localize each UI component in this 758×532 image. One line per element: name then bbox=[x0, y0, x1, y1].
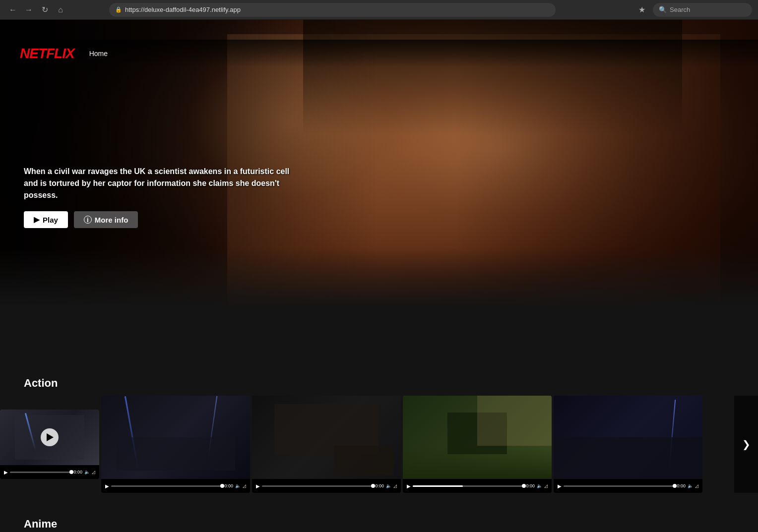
thumb-bg-3 bbox=[252, 396, 401, 479]
action-row-next-button[interactable]: ❯ bbox=[734, 396, 758, 493]
browser-nav-buttons: ← → ↻ ⌂ bbox=[6, 3, 67, 17]
vc-mute-1[interactable]: 🔈 bbox=[84, 470, 90, 474]
play-triangle-1 bbox=[47, 433, 54, 441]
vc-progress-1[interactable] bbox=[10, 472, 71, 473]
vc-dot-5 bbox=[673, 484, 677, 488]
vc-fullscreen-4[interactable]: ◿ bbox=[544, 483, 548, 488]
url-text: https://deluxe-daffodil-4ea497.netlify.a… bbox=[125, 6, 241, 13]
vc-dot-1 bbox=[69, 470, 73, 474]
video-thumb-5 bbox=[554, 396, 702, 479]
refresh-button[interactable]: ↻ bbox=[38, 3, 52, 17]
play-button[interactable]: ▶ Play bbox=[24, 211, 68, 228]
back-button[interactable]: ← bbox=[6, 3, 20, 17]
vc-time-1: 0:00 bbox=[73, 470, 82, 474]
anime-section: Anime bbox=[0, 508, 758, 532]
thumb-bg-4 bbox=[403, 396, 552, 479]
vc-play-2[interactable]: ▶ bbox=[105, 483, 109, 489]
action-video-row-container: ▶ 0:00 🔈 ◿ bbox=[0, 396, 758, 493]
search-label: Search bbox=[670, 6, 690, 13]
vc-progress-2[interactable] bbox=[111, 485, 222, 487]
video-controls-4: ▶ 0:00 🔈 ◿ bbox=[403, 479, 552, 493]
search-icon: 🔍 bbox=[659, 6, 667, 13]
thumb-figure-3b bbox=[334, 446, 393, 475]
vc-mute-2[interactable]: 🔈 bbox=[235, 483, 241, 488]
action-section: Action bbox=[0, 367, 758, 493]
thumb-bg-2 bbox=[101, 396, 250, 479]
vc-time-4: 0:00 bbox=[526, 483, 535, 488]
anime-section-title: Anime bbox=[0, 518, 758, 531]
action-video-card-3[interactable]: ▶ 0:00 🔈 ◿ bbox=[252, 396, 401, 493]
action-video-card-2[interactable]: ▶ 0:00 🔈 ◿ bbox=[101, 396, 250, 493]
hero-content: When a civil war ravages the UK a scient… bbox=[24, 166, 302, 228]
bookmark-button[interactable]: ★ bbox=[635, 3, 649, 17]
video-controls-1: ▶ 0:00 🔈 ◿ bbox=[0, 465, 99, 479]
thumb-bg-5 bbox=[554, 396, 702, 479]
vc-mute-4[interactable]: 🔈 bbox=[537, 483, 542, 488]
play-overlay-1[interactable] bbox=[41, 428, 59, 446]
nav-links: Home bbox=[89, 50, 108, 58]
vc-fullscreen-2[interactable]: ◿ bbox=[243, 483, 246, 488]
nav-home-link[interactable]: Home bbox=[89, 50, 108, 58]
action-video-row: ▶ 0:00 🔈 ◿ bbox=[0, 396, 758, 493]
content-area: Action bbox=[0, 307, 758, 532]
action-section-title: Action bbox=[0, 377, 758, 390]
video-controls-5: ▶ 0:00 🔈 ◿ bbox=[554, 479, 702, 493]
netflix-logo: NETFLIX bbox=[20, 46, 74, 61]
vc-dot-4 bbox=[522, 484, 526, 488]
thumb-figure-2 bbox=[116, 437, 235, 471]
hero-bottom-fade bbox=[0, 248, 758, 307]
netflix-navigation: NETFLIX Home bbox=[0, 40, 758, 67]
browser-actions: ★ 🔍 Search bbox=[635, 3, 752, 17]
vc-dot-3 bbox=[371, 484, 375, 488]
vc-fullscreen-3[interactable]: ◿ bbox=[393, 483, 397, 488]
vc-play-1[interactable]: ▶ bbox=[4, 470, 8, 475]
transition-band bbox=[0, 307, 758, 367]
chevron-right-icon: ❯ bbox=[742, 438, 751, 450]
vc-icons-5: 🔈 ◿ bbox=[688, 483, 698, 488]
thumb-sky-4 bbox=[477, 396, 552, 446]
more-info-button[interactable]: i More info bbox=[74, 211, 138, 228]
browser-chrome: ← → ↻ ⌂ 🔒 https://deluxe-daffodil-4ea497… bbox=[0, 0, 758, 20]
vc-play-4[interactable]: ▶ bbox=[407, 483, 411, 489]
play-label: Play bbox=[43, 216, 58, 224]
vc-mute-3[interactable]: 🔈 bbox=[386, 483, 391, 488]
vc-icons-2: 🔈 ◿ bbox=[235, 483, 246, 488]
more-info-label: More info bbox=[95, 216, 128, 224]
vc-time-5: 0:00 bbox=[677, 483, 686, 488]
vc-play-3[interactable]: ▶ bbox=[256, 483, 260, 489]
vc-fill-4 bbox=[413, 485, 463, 487]
video-thumb-3 bbox=[252, 396, 401, 479]
thumb-dark-5 bbox=[554, 437, 702, 479]
vc-time-3: 0:00 bbox=[375, 483, 384, 488]
vc-mute-5[interactable]: 🔈 bbox=[688, 483, 693, 488]
forward-button[interactable]: → bbox=[22, 3, 36, 17]
video-thumb-4 bbox=[403, 396, 552, 479]
home-button[interactable]: ⌂ bbox=[54, 3, 67, 17]
video-controls-3: ▶ 0:00 🔈 ◿ bbox=[252, 479, 401, 493]
video-thumb-2 bbox=[101, 396, 250, 479]
video-thumb-1 bbox=[0, 410, 99, 465]
action-video-card-5[interactable]: ▶ 0:00 🔈 ◿ bbox=[554, 396, 702, 493]
video-controls-2: ▶ 0:00 🔈 ◿ bbox=[101, 479, 250, 493]
vc-dot-2 bbox=[220, 484, 224, 488]
vc-progress-5[interactable] bbox=[564, 485, 675, 487]
action-video-card-1[interactable]: ▶ 0:00 🔈 ◿ bbox=[0, 410, 99, 479]
hero-description: When a civil war ravages the UK a scient… bbox=[24, 166, 302, 201]
address-bar[interactable]: 🔒 https://deluxe-daffodil-4ea497.netlify… bbox=[109, 3, 556, 17]
action-video-card-4[interactable]: ▶ 0:00 🔈 ◿ bbox=[403, 396, 552, 493]
vc-fullscreen-5[interactable]: ◿ bbox=[695, 483, 698, 488]
vc-progress-3[interactable] bbox=[262, 485, 373, 487]
vc-play-5[interactable]: ▶ bbox=[558, 483, 562, 489]
vc-icons-1: 🔈 ◿ bbox=[84, 470, 95, 474]
security-icon: 🔒 bbox=[115, 6, 122, 13]
hero-buttons: ▶ Play i More info bbox=[24, 211, 302, 228]
chrome-search-bar[interactable]: 🔍 Search bbox=[653, 3, 752, 17]
vc-icons-4: 🔈 ◿ bbox=[537, 483, 548, 488]
info-icon: i bbox=[84, 216, 92, 224]
play-icon: ▶ bbox=[34, 215, 40, 224]
vc-icons-3: 🔈 ◿ bbox=[386, 483, 397, 488]
vc-fullscreen-1[interactable]: ◿ bbox=[92, 470, 95, 474]
vc-progress-4[interactable] bbox=[413, 485, 524, 487]
netflix-app: NETFLIX Home When a civil war ravages th… bbox=[0, 20, 758, 532]
vc-time-2: 0:00 bbox=[224, 483, 233, 488]
